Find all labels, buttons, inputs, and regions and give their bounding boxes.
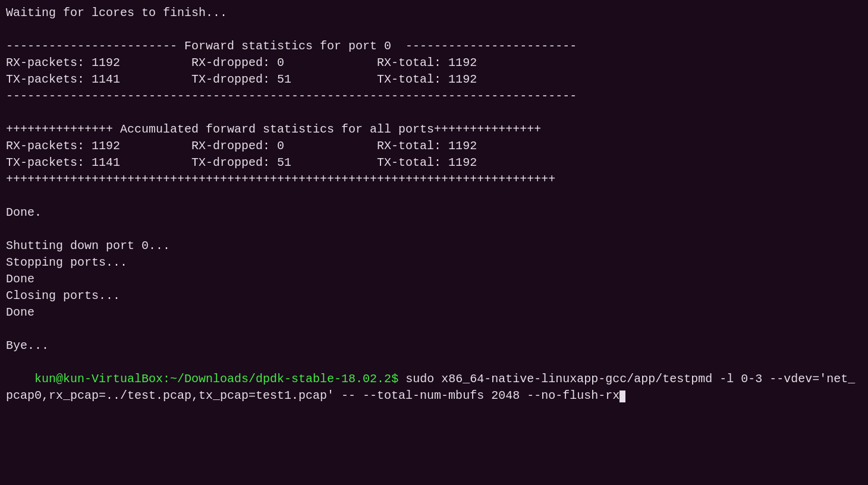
acc-line-1: +++++++++++++++ Accumulated forward stat… — [6, 121, 862, 138]
shutting-line: Shutting down port 0... — [6, 238, 862, 254]
prompt-user: kun@kun-VirtualBox — [34, 372, 163, 386]
blank-line-2 — [6, 105, 862, 121]
cursor — [619, 390, 625, 402]
done-line-2: Done — [6, 271, 862, 288]
terminal[interactable]: Waiting for lcores to finish... --------… — [0, 0, 868, 485]
done-line-3: Done — [6, 304, 862, 321]
tx-line-1: TX-packets: 1141 TX-dropped: 51 TX-total… — [6, 71, 862, 88]
blank-line-3 — [6, 188, 862, 204]
blank-line-5 — [6, 321, 862, 338]
stopping-line: Stopping ports... — [6, 254, 862, 271]
rx-line-1: RX-packets: 1192 RX-dropped: 0 RX-total:… — [6, 55, 862, 71]
sep-line-1: ------------------------ Forward statist… — [6, 38, 862, 55]
tx-line-2: TX-packets: 1141 TX-dropped: 51 TX-total… — [6, 155, 862, 171]
done-line-1: Done. — [6, 204, 862, 221]
blank-line-1 — [6, 21, 862, 38]
prompt-symbol: $ — [391, 372, 398, 386]
prompt-path: :~/Downloads/dpdk-stable-18.02.2 — [163, 372, 391, 386]
acc-line-2: ++++++++++++++++++++++++++++++++++++++++… — [6, 171, 862, 188]
blank-line-4 — [6, 221, 862, 238]
prompt-line[interactable]: kun@kun-VirtualBox:~/Downloads/dpdk-stab… — [6, 354, 862, 421]
rx-line-2: RX-packets: 1192 RX-dropped: 0 RX-total:… — [6, 138, 862, 155]
sep-line-2: ----------------------------------------… — [6, 88, 862, 105]
closing-line: Closing ports... — [6, 288, 862, 304]
bye-line: Bye... — [6, 338, 862, 354]
waiting-line: Waiting for lcores to finish... — [6, 5, 862, 21]
